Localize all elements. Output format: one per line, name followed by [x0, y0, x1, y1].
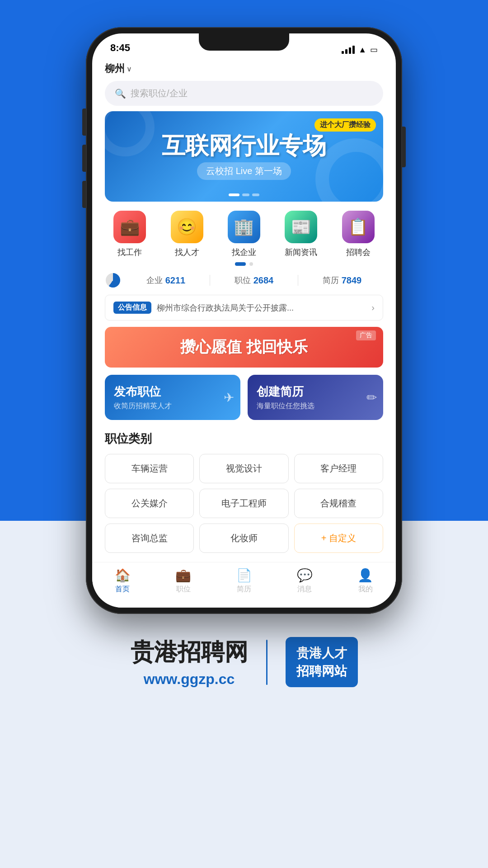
stat-company: 企业 6211	[126, 275, 206, 286]
category-vehicle-ops[interactable]: 车辆运营	[105, 454, 194, 483]
app-content: 柳州 ∨ 🔍 搜索职位/企业 互联网行业专场 云校招 Live 第一场 进个大厂…	[92, 58, 396, 608]
stat-position-label: 职位	[235, 275, 251, 286]
stat-resume-label: 简历	[323, 275, 339, 286]
brand-part2: 招聘网	[178, 639, 248, 665]
search-icon: 🔍	[115, 88, 126, 99]
banner-dot-1	[229, 193, 239, 196]
banner-main-title: 互联网行业专场	[162, 133, 326, 159]
category-makeup[interactable]: 化妆师	[199, 524, 288, 553]
nav-profile-label: 我的	[358, 585, 373, 594]
find-job-label: 找工作	[117, 247, 142, 258]
nav-home-label: 首页	[115, 585, 130, 594]
create-resume-title: 创建简历	[257, 384, 304, 400]
footer-brand-name: 贵港招聘网	[131, 637, 248, 668]
find-talent-icon: 😊	[171, 211, 203, 243]
create-resume-button[interactable]: 创建简历 海量职位任您挑选 ✏	[248, 375, 383, 420]
search-bar[interactable]: 🔍 搜索职位/企业	[105, 81, 383, 106]
status-icons: ▲ ▭	[342, 45, 378, 55]
footer-badge-line1: 贵港人才	[296, 646, 347, 660]
home-icon: 🏠	[115, 568, 131, 583]
quick-icon-news[interactable]: 📰 新闻资讯	[278, 211, 324, 258]
footer-badge-line2: 招聘网站	[296, 664, 347, 678]
find-job-icon: 💼	[113, 211, 146, 243]
quick-icons-row: 💼 找工作 😊 找人才 🏢 找企业 📰 新闻资讯 📋 招聘会	[92, 211, 396, 262]
post-job-title: 发布职位	[114, 384, 161, 400]
bottom-nav: 🏠 首页 💼 职位 📄 简历 💬 消息 👤 我的	[92, 562, 396, 608]
categories-section-title: 职位类别	[92, 429, 396, 454]
hero-banner[interactable]: 互联网行业专场 云校招 Live 第一场 进个大厂攒经验	[105, 111, 383, 202]
notice-tag: 公告信息	[113, 302, 151, 314]
banner-dots	[229, 193, 259, 196]
banner-dot-2	[242, 193, 249, 196]
stat-resume-value: 7849	[342, 275, 362, 286]
phone-screen: 8:45 ▲ ▭ 柳州 ∨ 🔍	[92, 33, 396, 608]
stats-row: 企业 6211 职位 2684 简历 7849	[92, 273, 396, 295]
nav-home[interactable]: 🏠 首页	[92, 568, 153, 594]
category-custom[interactable]: + 自定义	[294, 524, 383, 553]
quick-icon-job-fair[interactable]: 📋 招聘会	[336, 211, 381, 258]
nav-resume[interactable]: 📄 简历	[214, 568, 274, 594]
banner-decoration-2	[105, 111, 155, 156]
stat-company-label: 企业	[146, 275, 163, 286]
profile-icon: 👤	[357, 568, 373, 583]
footer-url: www.ggzp.cc	[131, 671, 248, 688]
notice-arrow-icon: ›	[371, 302, 375, 313]
stat-position: 职位 2684	[214, 275, 294, 286]
stat-position-value: 2684	[253, 275, 274, 286]
scroll-dots	[92, 262, 396, 266]
search-placeholder-text: 搜索职位/企业	[131, 87, 188, 99]
category-pr-media[interactable]: 公关媒介	[105, 489, 194, 518]
notice-text: 柳州市综合行政执法局关于公开披露...	[157, 302, 366, 313]
stats-chart-icon	[106, 273, 120, 288]
post-job-subtitle: 收简历招精英人才	[114, 401, 172, 411]
footer-divider	[266, 640, 267, 685]
banner-content: 互联网行业专场 云校招 Live 第一场	[162, 133, 326, 180]
create-resume-icon: ✏	[366, 390, 377, 405]
quick-icon-find-talent[interactable]: 😊 找人才	[164, 211, 210, 258]
find-talent-label: 找人才	[175, 247, 199, 258]
stat-company-value: 6211	[165, 275, 186, 286]
nav-jobs-label: 职位	[176, 585, 191, 594]
category-electronics-eng[interactable]: 电子工程师	[199, 489, 288, 518]
stat-resume: 简历 7849	[302, 275, 382, 286]
nav-messages[interactable]: 💬 消息	[274, 568, 335, 594]
ad-badge: 广告	[356, 330, 376, 340]
category-account-mgr[interactable]: 客户经理	[294, 454, 383, 483]
location-text: 柳州	[105, 62, 125, 75]
footer-badge: 贵港人才 招聘网站	[286, 637, 358, 687]
find-company-icon: 🏢	[228, 211, 260, 243]
notch	[199, 33, 289, 51]
battery-icon: ▭	[370, 45, 378, 55]
footer-brand: 贵港招聘网 www.ggzp.cc	[131, 637, 248, 688]
nav-jobs[interactable]: 💼 职位	[153, 568, 213, 594]
category-grid: 车辆运营 视觉设计 客户经理 公关媒介 电子工程师 合规稽查 咨询总监 化妆师 …	[92, 454, 396, 562]
category-consultant[interactable]: 咨询总监	[105, 524, 194, 553]
notice-bar[interactable]: 公告信息 柳州市综合行政执法局关于公开披露... ›	[105, 295, 383, 321]
scroll-dot-active	[235, 262, 246, 266]
action-buttons-row: 发布职位 收简历招精英人才 ✈ 创建简历 海量职位任您挑选 ✏	[92, 375, 396, 429]
resume-icon: 📄	[236, 568, 252, 583]
ad-text: 攒心愿值 找回快乐	[180, 337, 307, 358]
nav-resume-label: 简历	[237, 585, 251, 594]
ad-banner[interactable]: 攒心愿值 找回快乐 广告	[105, 327, 383, 368]
wifi-icon: ▲	[358, 45, 366, 55]
news-label: 新闻资讯	[285, 247, 317, 258]
category-visual-design[interactable]: 视觉设计	[199, 454, 288, 483]
jobs-icon: 💼	[175, 568, 191, 583]
banner-subtitle: 云校招 Live 第一场	[197, 162, 291, 180]
job-fair-icon: 📋	[342, 211, 375, 243]
post-job-button[interactable]: 发布职位 收简历招精英人才 ✈	[105, 375, 240, 420]
scroll-dot-2	[249, 262, 253, 266]
quick-icon-find-job[interactable]: 💼 找工作	[107, 211, 152, 258]
phone-shell: 8:45 ▲ ▭ 柳州 ∨ 🔍	[86, 27, 402, 614]
post-job-icon: ✈	[224, 390, 234, 405]
app-header: 柳州 ∨ 🔍 搜索职位/企业	[92, 58, 396, 111]
banner-badge: 进个大厂攒经验	[314, 118, 376, 132]
stat-divider-2	[298, 275, 298, 286]
brand-part1: 贵港	[131, 639, 178, 665]
quick-icon-find-company[interactable]: 🏢 找企业	[221, 211, 267, 258]
location-row[interactable]: 柳州 ∨	[105, 62, 383, 75]
page-footer: 贵港招聘网 www.ggzp.cc 贵港人才 招聘网站	[131, 637, 358, 715]
category-compliance[interactable]: 合规稽查	[294, 489, 383, 518]
nav-profile[interactable]: 👤 我的	[335, 568, 396, 594]
